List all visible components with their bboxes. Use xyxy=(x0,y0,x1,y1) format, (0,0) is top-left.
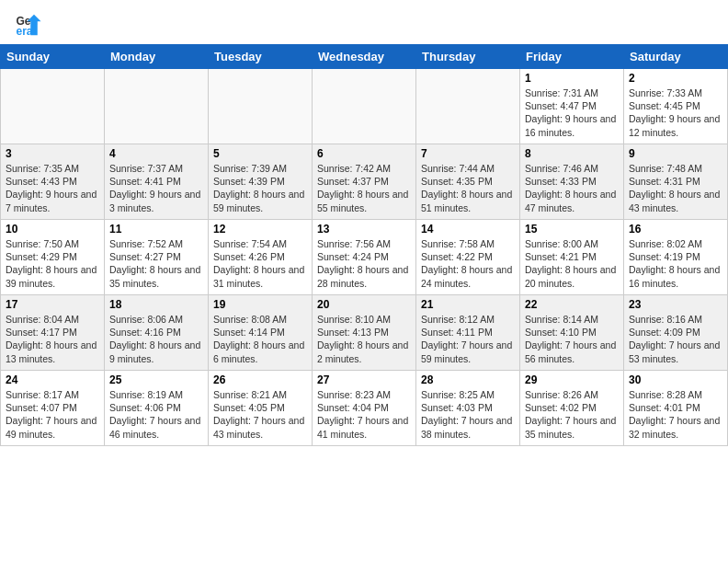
day-info: Sunrise: 8:16 AM Sunset: 4:09 PM Dayligh… xyxy=(629,313,722,365)
day-cell: 21Sunrise: 8:12 AM Sunset: 4:11 PM Dayli… xyxy=(416,295,520,371)
day-number: 22 xyxy=(525,298,619,311)
weekday-header-monday: Monday xyxy=(105,45,209,69)
day-cell: 15Sunrise: 8:00 AM Sunset: 4:21 PM Dayli… xyxy=(520,220,624,295)
week-row-5: 24Sunrise: 8:17 AM Sunset: 4:07 PM Dayli… xyxy=(1,371,728,446)
day-cell: 5Sunrise: 7:39 AM Sunset: 4:39 PM Daylig… xyxy=(209,144,313,220)
day-info: Sunrise: 8:23 AM Sunset: 4:04 PM Dayligh… xyxy=(317,388,411,441)
week-row-1: 1Sunrise: 7:31 AM Sunset: 4:47 PM Daylig… xyxy=(1,69,728,144)
day-number: 13 xyxy=(317,223,411,236)
day-info: Sunrise: 7:42 AM Sunset: 4:37 PM Dayligh… xyxy=(317,162,411,214)
day-number: 7 xyxy=(421,147,515,160)
day-cell: 18Sunrise: 8:06 AM Sunset: 4:16 PM Dayli… xyxy=(105,295,209,371)
day-info: Sunrise: 8:17 AM Sunset: 4:07 PM Dayligh… xyxy=(6,388,99,441)
day-number: 8 xyxy=(525,147,619,160)
weekday-header-saturday: Saturday xyxy=(624,45,728,69)
day-info: Sunrise: 7:33 AM Sunset: 4:45 PM Dayligh… xyxy=(629,86,722,139)
day-number: 1 xyxy=(525,72,619,85)
day-number: 26 xyxy=(213,373,307,386)
week-row-3: 10Sunrise: 7:50 AM Sunset: 4:29 PM Dayli… xyxy=(1,220,728,295)
day-cell: 22Sunrise: 8:14 AM Sunset: 4:10 PM Dayli… xyxy=(520,295,624,371)
day-number: 14 xyxy=(421,223,515,236)
day-number: 9 xyxy=(629,147,722,160)
day-number: 12 xyxy=(213,223,307,236)
weekday-header-thursday: Thursday xyxy=(416,45,520,69)
weekday-header-friday: Friday xyxy=(520,45,624,69)
weekday-header-row: SundayMondayTuesdayWednesdayThursdayFrid… xyxy=(1,45,728,69)
day-cell: 26Sunrise: 8:21 AM Sunset: 4:05 PM Dayli… xyxy=(209,371,313,446)
day-cell: 16Sunrise: 8:02 AM Sunset: 4:19 PM Dayli… xyxy=(624,220,728,295)
day-cell xyxy=(416,69,520,144)
day-number: 6 xyxy=(317,147,411,160)
calendar-table: SundayMondayTuesdayWednesdayThursdayFrid… xyxy=(0,44,728,446)
weekday-header-sunday: Sunday xyxy=(1,45,105,69)
day-cell: 23Sunrise: 8:16 AM Sunset: 4:09 PM Dayli… xyxy=(624,295,728,371)
day-info: Sunrise: 8:10 AM Sunset: 4:13 PM Dayligh… xyxy=(317,313,411,365)
day-cell: 14Sunrise: 7:58 AM Sunset: 4:22 PM Dayli… xyxy=(416,220,520,295)
day-number: 28 xyxy=(421,373,515,386)
day-cell: 7Sunrise: 7:44 AM Sunset: 4:35 PM Daylig… xyxy=(416,144,520,220)
logo: Gen eral xyxy=(15,11,46,39)
page-header: Gen eral xyxy=(0,0,728,44)
day-number: 18 xyxy=(109,298,203,311)
day-number: 2 xyxy=(629,72,722,85)
day-info: Sunrise: 7:37 AM Sunset: 4:41 PM Dayligh… xyxy=(109,162,203,214)
day-info: Sunrise: 8:14 AM Sunset: 4:10 PM Dayligh… xyxy=(525,313,619,365)
day-cell xyxy=(105,69,209,144)
day-cell: 9Sunrise: 7:48 AM Sunset: 4:31 PM Daylig… xyxy=(624,144,728,220)
day-number: 19 xyxy=(213,298,307,311)
weekday-header-wednesday: Wednesday xyxy=(313,45,416,69)
day-cell: 13Sunrise: 7:56 AM Sunset: 4:24 PM Dayli… xyxy=(313,220,416,295)
day-cell: 10Sunrise: 7:50 AM Sunset: 4:29 PM Dayli… xyxy=(1,220,105,295)
day-info: Sunrise: 7:44 AM Sunset: 4:35 PM Dayligh… xyxy=(421,162,515,214)
day-number: 21 xyxy=(421,298,515,311)
day-cell: 12Sunrise: 7:54 AM Sunset: 4:26 PM Dayli… xyxy=(209,220,313,295)
day-info: Sunrise: 8:21 AM Sunset: 4:05 PM Dayligh… xyxy=(213,388,307,441)
weekday-header-tuesday: Tuesday xyxy=(209,45,313,69)
day-cell xyxy=(313,69,416,144)
day-info: Sunrise: 7:56 AM Sunset: 4:24 PM Dayligh… xyxy=(317,237,411,290)
week-row-4: 17Sunrise: 8:04 AM Sunset: 4:17 PM Dayli… xyxy=(1,295,728,371)
day-cell: 2Sunrise: 7:33 AM Sunset: 4:45 PM Daylig… xyxy=(624,69,728,144)
day-number: 15 xyxy=(525,223,619,236)
day-cell: 8Sunrise: 7:46 AM Sunset: 4:33 PM Daylig… xyxy=(520,144,624,220)
day-info: Sunrise: 7:58 AM Sunset: 4:22 PM Dayligh… xyxy=(421,237,515,290)
day-info: Sunrise: 7:52 AM Sunset: 4:27 PM Dayligh… xyxy=(109,237,203,290)
day-cell: 27Sunrise: 8:23 AM Sunset: 4:04 PM Dayli… xyxy=(313,371,416,446)
day-info: Sunrise: 8:00 AM Sunset: 4:21 PM Dayligh… xyxy=(525,237,619,290)
day-number: 10 xyxy=(6,223,99,236)
day-info: Sunrise: 7:48 AM Sunset: 4:31 PM Dayligh… xyxy=(629,162,722,214)
day-info: Sunrise: 7:54 AM Sunset: 4:26 PM Dayligh… xyxy=(213,237,307,290)
day-number: 4 xyxy=(109,147,203,160)
day-number: 20 xyxy=(317,298,411,311)
day-cell: 6Sunrise: 7:42 AM Sunset: 4:37 PM Daylig… xyxy=(313,144,416,220)
day-info: Sunrise: 8:04 AM Sunset: 4:17 PM Dayligh… xyxy=(6,313,99,365)
day-number: 3 xyxy=(6,147,99,160)
day-info: Sunrise: 8:28 AM Sunset: 4:01 PM Dayligh… xyxy=(629,388,722,441)
day-cell: 1Sunrise: 7:31 AM Sunset: 4:47 PM Daylig… xyxy=(520,69,624,144)
day-number: 29 xyxy=(525,373,619,386)
day-info: Sunrise: 7:50 AM Sunset: 4:29 PM Dayligh… xyxy=(6,237,99,290)
day-cell: 20Sunrise: 8:10 AM Sunset: 4:13 PM Dayli… xyxy=(313,295,416,371)
day-number: 11 xyxy=(109,223,203,236)
day-number: 5 xyxy=(213,147,307,160)
day-info: Sunrise: 8:02 AM Sunset: 4:19 PM Dayligh… xyxy=(629,237,722,290)
day-number: 30 xyxy=(629,373,722,386)
day-cell: 3Sunrise: 7:35 AM Sunset: 4:43 PM Daylig… xyxy=(1,144,105,220)
day-info: Sunrise: 7:35 AM Sunset: 4:43 PM Dayligh… xyxy=(6,162,99,214)
day-info: Sunrise: 8:12 AM Sunset: 4:11 PM Dayligh… xyxy=(421,313,515,365)
day-number: 17 xyxy=(6,298,99,311)
day-info: Sunrise: 7:31 AM Sunset: 4:47 PM Dayligh… xyxy=(525,86,619,139)
day-cell: 29Sunrise: 8:26 AM Sunset: 4:02 PM Dayli… xyxy=(520,371,624,446)
day-cell: 11Sunrise: 7:52 AM Sunset: 4:27 PM Dayli… xyxy=(105,220,209,295)
day-info: Sunrise: 8:08 AM Sunset: 4:14 PM Dayligh… xyxy=(213,313,307,365)
day-info: Sunrise: 8:25 AM Sunset: 4:03 PM Dayligh… xyxy=(421,388,515,441)
day-number: 23 xyxy=(629,298,722,311)
day-cell xyxy=(209,69,313,144)
day-cell: 24Sunrise: 8:17 AM Sunset: 4:07 PM Dayli… xyxy=(1,371,105,446)
day-cell: 4Sunrise: 7:37 AM Sunset: 4:41 PM Daylig… xyxy=(105,144,209,220)
day-info: Sunrise: 8:06 AM Sunset: 4:16 PM Dayligh… xyxy=(109,313,203,365)
day-number: 27 xyxy=(317,373,411,386)
week-row-2: 3Sunrise: 7:35 AM Sunset: 4:43 PM Daylig… xyxy=(1,144,728,220)
day-cell xyxy=(1,69,105,144)
day-number: 25 xyxy=(109,373,203,386)
